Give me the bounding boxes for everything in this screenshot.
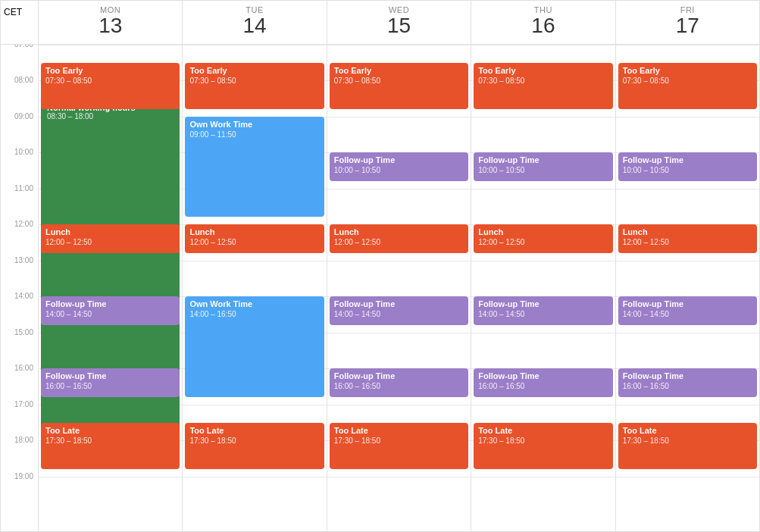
hour-line-11 — [471, 189, 615, 189]
day-num-wed: 15 — [330, 14, 468, 38]
event-time: 12:00 – 12:50 — [45, 237, 175, 247]
event-title: Lunch — [189, 227, 319, 237]
time-label-11: 11:00 — [1, 184, 38, 192]
calendar-event[interactable]: Lunch12:00 – 12:50 — [185, 224, 324, 253]
timezone-label: CET — [1, 1, 39, 44]
event-time: 16:00 – 16:50 — [334, 381, 464, 391]
body-area: 07:0008:0009:0010:0011:0012:0013:0014:00… — [1, 45, 759, 531]
event-title: Lunch — [45, 227, 175, 237]
calendar-event[interactable]: Too Early07:30 – 08:50 — [41, 63, 180, 109]
calendar-event[interactable]: Lunch12:00 – 12:50 — [330, 224, 468, 253]
time-label-10: 10:00 — [1, 148, 38, 156]
hour-line-13 — [616, 261, 759, 261]
header-row: CET MON 13 TUE 14 WED 15 THU 16 FRI 17 — [1, 1, 759, 45]
calendar-event[interactable]: Too Late17:30 – 18:50 — [41, 423, 180, 469]
event-title: Follow-up Time — [478, 155, 608, 165]
calendar-event[interactable]: Follow-up Time14:00 – 14:50 — [474, 296, 612, 325]
event-time: 17:30 – 18:50 — [478, 436, 608, 446]
event-time: 17:30 – 18:50 — [334, 436, 464, 446]
hour-line-19 — [471, 477, 615, 477]
event-title: Follow-up Time — [334, 155, 464, 165]
event-title: Too Early — [623, 66, 752, 76]
event-time: 07:30 – 08:50 — [478, 76, 608, 86]
calendar-event[interactable]: Too Late17:30 – 18:50 — [618, 423, 757, 469]
event-title: Follow-up Time — [623, 155, 752, 165]
day-col-tue: Too Early07:30 – 08:50Own Work Time09:00… — [183, 45, 327, 531]
hour-line-19 — [327, 477, 471, 477]
calendar-event[interactable]: Too Late17:30 – 18:50 — [474, 423, 612, 469]
hour-line-19 — [39, 477, 182, 477]
event-time: 12:00 – 12:50 — [189, 237, 319, 247]
day-header-wed: WED 15 — [327, 1, 471, 44]
event-title: Follow-up Time — [478, 299, 608, 309]
event-time: 17:30 – 18:50 — [189, 436, 319, 446]
day-num-fri: 17 — [619, 14, 756, 38]
time-label-9: 09:00 — [1, 112, 38, 120]
calendar-event[interactable]: Follow-up Time14:00 – 14:50 — [618, 296, 757, 325]
event-time: 16:00 – 16:50 — [45, 381, 175, 391]
calendar-event[interactable]: Own Work Time09:00 – 11:50 — [185, 117, 324, 217]
time-label-17: 17:00 — [1, 400, 38, 408]
event-title: Too Late — [478, 426, 608, 436]
hour-line-17 — [183, 405, 326, 405]
calendar-event[interactable]: Follow-up Time16:00 – 16:50 — [41, 368, 180, 397]
event-time: 07:30 – 08:50 — [334, 76, 464, 86]
day-col-thu: Too Early07:30 – 08:50Follow-up Time10:0… — [471, 45, 615, 531]
calendar-event[interactable]: Too Late17:30 – 18:50 — [185, 423, 324, 469]
hour-line-7 — [471, 45, 615, 45]
day-num-thu: 16 — [474, 14, 611, 38]
calendar-event[interactable]: Own Work Time14:00 – 16:50 — [185, 296, 324, 397]
day-header-fri: FRI 17 — [616, 1, 759, 44]
time-label-7: 07:00 — [1, 45, 38, 49]
calendar-event[interactable]: Follow-up Time16:00 – 16:50 — [474, 368, 612, 397]
hour-line-11 — [616, 189, 759, 189]
calendar-event[interactable]: Follow-up Time10:00 – 10:50 — [618, 152, 757, 181]
day-header-mon: MON 13 — [39, 1, 183, 44]
event-time: 16:00 – 16:50 — [478, 381, 608, 391]
calendar-container: CET MON 13 TUE 14 WED 15 THU 16 FRI 17 0… — [0, 0, 760, 532]
event-time: 10:00 – 10:50 — [478, 165, 608, 175]
hour-line-13 — [327, 261, 471, 261]
hour-line-9 — [616, 117, 759, 117]
event-time: 12:00 – 12:50 — [623, 237, 752, 247]
calendar-event[interactable]: Too Early07:30 – 08:50 — [185, 63, 324, 109]
calendar-event[interactable]: Follow-up Time14:00 – 14:50 — [330, 296, 468, 325]
hour-line-15 — [327, 333, 471, 333]
calendar-event[interactable]: Follow-up Time10:00 – 10:50 — [474, 152, 612, 181]
calendar-event[interactable]: Too Early07:30 – 08:50 — [330, 63, 468, 109]
hour-line-7 — [616, 45, 759, 45]
hour-line-17 — [471, 405, 615, 405]
calendar-event[interactable]: Lunch12:00 – 12:50 — [618, 224, 757, 253]
calendar-event[interactable]: Too Early07:30 – 08:50 — [474, 63, 612, 109]
calendar-event[interactable]: Too Late17:30 – 18:50 — [330, 423, 468, 469]
time-column: 07:0008:0009:0010:0011:0012:0013:0014:00… — [1, 45, 39, 531]
calendar-event[interactable]: Follow-up Time10:00 – 10:50 — [330, 152, 468, 181]
hour-line-11 — [327, 189, 471, 189]
event-time: 12:00 – 12:50 — [478, 237, 608, 247]
event-time: 16:00 – 16:50 — [623, 381, 752, 391]
hour-line-7 — [183, 45, 326, 45]
event-time: 12:00 – 12:50 — [334, 237, 464, 247]
time-label-8: 08:00 — [1, 76, 38, 84]
event-title: Too Early — [478, 66, 608, 76]
calendar-event[interactable]: Too Early07:30 – 08:50 — [618, 63, 757, 109]
event-title: Follow-up Time — [45, 371, 175, 381]
days-area: Too Early07:30 – 08:50Lunch12:00 – 12:50… — [39, 45, 759, 531]
calendar-event[interactable]: Follow-up Time14:00 – 14:50 — [41, 296, 180, 325]
hour-line-17 — [616, 405, 759, 405]
calendar-event[interactable]: Lunch12:00 – 12:50 — [474, 224, 612, 253]
calendar-event[interactable]: Follow-up Time16:00 – 16:50 — [618, 368, 757, 397]
event-time: 14:00 – 14:50 — [623, 309, 752, 319]
calendar-event[interactable]: Lunch12:00 – 12:50 — [41, 224, 180, 253]
day-col-wed: Too Early07:30 – 08:50Follow-up Time10:0… — [327, 45, 471, 531]
event-title: Too Early — [45, 66, 175, 76]
event-title: Lunch — [623, 227, 752, 237]
hour-line-7 — [327, 45, 471, 45]
hour-line-19 — [183, 477, 326, 477]
event-title: Follow-up Time — [623, 299, 752, 309]
time-label-16: 16:00 — [1, 364, 38, 372]
day-col-mon: Too Early07:30 – 08:50Lunch12:00 – 12:50… — [39, 45, 183, 531]
time-label-18: 18:00 — [1, 436, 38, 444]
calendar-event[interactable]: Follow-up Time16:00 – 16:50 — [330, 368, 468, 397]
event-title: Too Late — [623, 426, 752, 436]
